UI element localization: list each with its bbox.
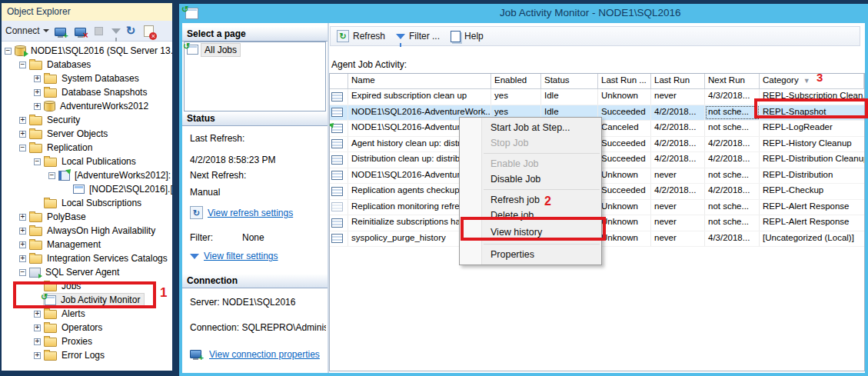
tree-item-proxies[interactable]: Proxies [2, 334, 172, 348]
connect-button[interactable]: Connect [5, 25, 49, 36]
expand-icon[interactable] [34, 103, 41, 110]
menu-separator [484, 153, 600, 154]
expand-icon[interactable] [19, 228, 26, 235]
expand-icon[interactable] [34, 324, 41, 331]
tree-item-polybase[interactable]: PolyBase [2, 210, 172, 224]
help-button[interactable]: Help [447, 29, 487, 44]
last-refresh-label: Last Refresh: [190, 133, 326, 144]
select-a-page-pane: Select a page All Jobs Status Last Refre… [182, 23, 329, 373]
collapse-icon[interactable] [5, 48, 12, 55]
folder-icon [29, 144, 42, 153]
tree-item-system-databases[interactable]: System Databases [2, 72, 172, 85]
view-refresh-settings-link[interactable]: ↻View refresh settings [190, 206, 326, 219]
header-last-run[interactable]: Last Run [651, 74, 705, 88]
help-icon [451, 31, 461, 42]
tree-item-adventureworks2012[interactable]: AdventureWorks2012 [2, 99, 172, 113]
window-titlebar: Job Activity Monitor - NODE1\SQL2016 [179, 4, 868, 23]
folder-icon [44, 338, 57, 347]
header-last-run-outcome[interactable]: Last Run ... [598, 74, 651, 88]
job-icon [331, 234, 343, 243]
job-icon [331, 92, 343, 101]
menu-item-disable-job[interactable]: Disable Job [460, 171, 601, 187]
tree-item-replication[interactable]: Replication [2, 141, 172, 155]
monitor-toolbar: ↻Refresh Filter ... Help [330, 26, 860, 46]
header-status[interactable]: Status [541, 74, 598, 88]
filter-settings-icon [190, 254, 199, 259]
expand-icon[interactable] [34, 89, 41, 96]
object-explorer-toolbar: Connect ↻ [2, 21, 172, 42]
tree-item-error-logs[interactable]: Error Logs [2, 348, 172, 362]
folder-icon [29, 255, 42, 264]
view-connection-properties-link[interactable]: View connection properties [190, 349, 326, 360]
tree-item-alerts[interactable]: Alerts [2, 307, 172, 321]
expand-icon[interactable] [19, 214, 26, 221]
connection-line: Connection: SQLREPRO\Administra [190, 322, 326, 333]
filter-button[interactable]: Filter ... [393, 29, 443, 43]
expand-icon[interactable] [19, 117, 26, 124]
select-a-page-header: Select a page [182, 27, 328, 42]
view-filter-settings-link[interactable]: View filter settings [190, 251, 326, 261]
tree-item-databases[interactable]: Databases [2, 58, 172, 72]
expand-icon[interactable] [34, 352, 41, 359]
script-icon[interactable] [144, 25, 154, 37]
tree-item-subscription[interactable]: [NODE2\SQL2016].[ [2, 182, 172, 196]
tree-item-local-publications[interactable]: Local Publications [2, 155, 172, 168]
refresh-button[interactable]: ↻Refresh [334, 28, 388, 44]
expand-icon[interactable] [19, 241, 26, 248]
filter-label: Filter: [190, 232, 213, 243]
collapse-icon[interactable] [19, 62, 26, 68]
tree-item-database-snapshots[interactable]: Database Snapshots [2, 85, 172, 99]
tree-item-server[interactable]: NODE1\SQL2016 (SQL Server 13.0. [2, 44, 172, 58]
tree-item-server-objects[interactable]: Server Objects [2, 127, 172, 141]
filter-icon-disabled [111, 28, 121, 34]
refresh-icon: ↻ [337, 30, 349, 42]
menu-item-properties[interactable]: Properties [460, 247, 601, 262]
folder-icon [44, 351, 57, 361]
tree-item-local-subscriptions[interactable]: Local Subscriptions [2, 196, 172, 210]
refresh-icon[interactable]: ↻ [126, 25, 136, 36]
filter-indicator-icon[interactable]: ▼ [803, 77, 810, 85]
header-enabled[interactable]: Enabled [491, 74, 541, 88]
menu-item-enable-job: Enable Job [460, 156, 601, 171]
expand-icon[interactable] [19, 255, 26, 262]
job-icon [331, 155, 343, 165]
annotation-box-view-history [461, 217, 606, 241]
tree-item-operators[interactable]: Operators [2, 321, 172, 334]
tree-item-integration-services[interactable]: Integration Services Catalogs [2, 251, 172, 265]
header-name[interactable]: Name [348, 74, 491, 88]
collapse-icon[interactable] [48, 172, 55, 179]
menu-item-stop-job: Stop Job [460, 135, 601, 151]
tree-item-publication[interactable]: [AdventureWorks2012]: [2, 168, 172, 182]
annotation-number-2: 2 [544, 195, 551, 208]
grid-header-row: Name Enabled Status Last Run ... Last Ru… [330, 74, 864, 89]
menu-item-refresh-job[interactable]: Refresh job [460, 192, 601, 208]
header-next-run[interactable]: Next Run [705, 74, 760, 88]
folder-icon [29, 130, 42, 139]
page-item-all-jobs[interactable]: All Jobs [185, 42, 325, 57]
menu-item-start-job-at-step[interactable]: Start Job at Step... [460, 120, 601, 135]
collapse-icon[interactable] [19, 145, 26, 151]
job-icon [331, 171, 343, 180]
next-refresh-value: Manual [190, 187, 326, 198]
collapse-icon[interactable] [19, 269, 26, 276]
all-jobs-icon [187, 45, 198, 55]
tree-item-alwayson[interactable]: AlwaysOn High Availability [2, 224, 172, 238]
job-icon [331, 218, 343, 228]
collapse-icon[interactable] [34, 158, 41, 165]
next-refresh-label: Next Refresh: [190, 170, 326, 181]
expand-icon[interactable] [34, 75, 41, 82]
folder-icon [44, 75, 57, 84]
tree-item-sql-server-agent[interactable]: SQL Server Agent [2, 265, 172, 279]
tree-item-security[interactable]: Security [2, 113, 172, 127]
folder-icon [29, 227, 42, 236]
header-category[interactable]: Category▼ [760, 74, 864, 88]
annotation-number-3: 3 [816, 71, 823, 84]
expand-icon[interactable] [34, 311, 41, 318]
expand-icon[interactable] [19, 131, 26, 138]
tree-item-management[interactable]: Management [2, 238, 172, 251]
connect-server-icon[interactable] [55, 28, 66, 36]
pages-list: All Jobs [184, 42, 326, 111]
expand-icon[interactable] [34, 338, 41, 345]
disconnect-server-icon[interactable] [75, 28, 86, 36]
folder-icon [44, 324, 57, 333]
